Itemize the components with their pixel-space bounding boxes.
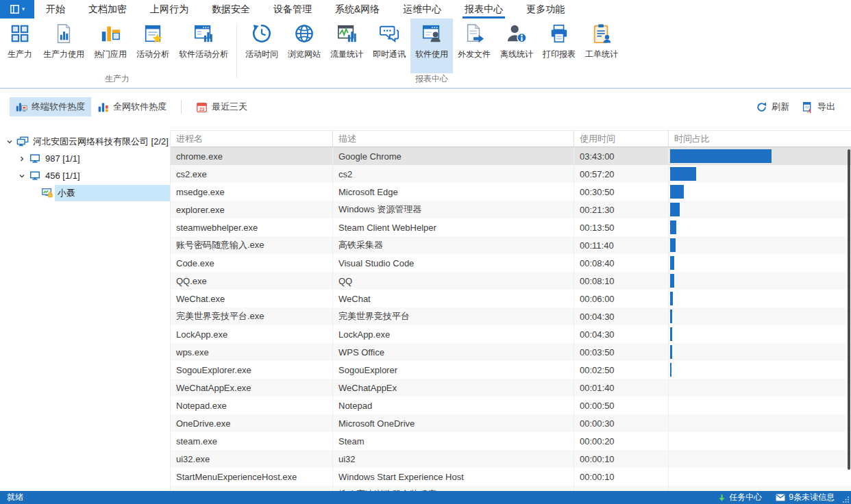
table-row[interactable]: SogouExplorer_Setup_x64_13.7.6067搜狗高速浏览器… bbox=[171, 486, 851, 491]
tab-data-security[interactable]: 数据安全 bbox=[202, 0, 260, 18]
software-activity-analysis-button[interactable]: 软件活动分析 bbox=[174, 18, 233, 73]
table-row[interactable]: explorer.exeWindows 资源管理器00:21:30 bbox=[171, 201, 851, 218]
work-order-stats-button[interactable]: 工单统计 bbox=[580, 18, 623, 73]
network-software-heat-button[interactable]: 全网软件热度 bbox=[91, 97, 173, 116]
computer-group-icon bbox=[27, 170, 42, 182]
table-row[interactable]: steam.exeSteam00:00:20 bbox=[171, 432, 851, 450]
content-area: 河北安固云网络科技有限公司 [2/2]987 [1/1]456 [1/1]小聂 … bbox=[0, 125, 851, 491]
unread-messages-button[interactable]: 9条未读信息 bbox=[769, 492, 841, 503]
time-ratio-cell bbox=[668, 272, 851, 290]
table-row[interactable]: WeChat.exeWeChat00:06:00 bbox=[171, 290, 851, 307]
process-name-cell: SogouExplorer.exe bbox=[171, 361, 332, 379]
app-menu-button[interactable]: ▾ bbox=[0, 0, 34, 18]
tree-node-label: 小聂 bbox=[55, 185, 170, 201]
time-ratio-cell bbox=[668, 290, 851, 307]
table-row[interactable]: 账号密码随意输入.exe高铁采集器00:11:40 bbox=[171, 236, 851, 254]
column-header-1[interactable]: 进程名 bbox=[171, 131, 332, 147]
productivity-button[interactable]: 生产力 bbox=[1, 18, 38, 73]
report-toolbar: 终端软件热度全网软件热度23最近三天刷新A导出 bbox=[0, 89, 851, 125]
chevron-down-icon: ▾ bbox=[22, 6, 25, 12]
refresh-button[interactable]: 刷新 bbox=[750, 97, 796, 116]
ribbon-button-label: 软件使用 bbox=[415, 49, 448, 60]
activity-time-button[interactable]: 活动时间 bbox=[241, 18, 283, 73]
process-usage-table: 进程名描述使用时间时间占比 chrome.exeGoogle Chrome03:… bbox=[170, 130, 851, 491]
usage-time-cell: 00:00:50 bbox=[574, 396, 668, 414]
terminal-software-heat-button[interactable]: 终端软件热度 bbox=[10, 97, 91, 116]
computer-user-icon bbox=[40, 187, 55, 199]
chevron-down-icon[interactable] bbox=[4, 138, 15, 145]
date-range-button[interactable]: 23最近三天 bbox=[190, 97, 254, 116]
chevron-down-icon[interactable] bbox=[16, 173, 27, 179]
task-center-button[interactable]: 任务中心 bbox=[711, 492, 769, 503]
table-row[interactable]: steamwebhelper.exeSteam Client WebHelper… bbox=[171, 218, 851, 236]
process-name-cell: ui32.exe bbox=[171, 450, 332, 468]
software-usage-button[interactable]: 软件使用 bbox=[410, 18, 453, 73]
browse-websites-button[interactable]: 浏览网站 bbox=[283, 18, 325, 73]
offline-stats-button[interactable]: 离线统计 bbox=[495, 18, 538, 73]
table-row[interactable]: LockApp.exeLockApp.exe00:04:30 bbox=[171, 325, 851, 343]
hot-apps-button[interactable]: 热门应用 bbox=[89, 18, 132, 73]
toolbar-separator bbox=[181, 100, 182, 114]
tab-device-management[interactable]: 设备管理 bbox=[264, 0, 321, 18]
tab-system-network[interactable]: 系统&网络 bbox=[325, 0, 389, 18]
time-ratio-cell bbox=[668, 432, 851, 450]
table-row[interactable]: StartMenuExperienceHost.exeWindows Start… bbox=[171, 468, 851, 486]
time-ratio-cell bbox=[668, 218, 851, 236]
column-header-4[interactable]: 时间占比 bbox=[668, 131, 851, 147]
tab-report-center[interactable]: 报表中心 bbox=[455, 0, 513, 18]
resize-grip-icon[interactable] bbox=[841, 491, 851, 504]
user-info-icon bbox=[506, 23, 527, 44]
table-row[interactable]: SogouExplorer.exeSogouExplorer00:02:50 bbox=[171, 361, 851, 379]
table-row[interactable]: wps.exeWPS Office00:03:50 bbox=[171, 343, 851, 361]
export-icon: A bbox=[802, 101, 813, 113]
process-name-cell: QQ.exe bbox=[171, 272, 332, 290]
process-name-cell: 账号密码随意输入.exe bbox=[171, 236, 332, 254]
column-header-2[interactable]: 描述 bbox=[332, 131, 574, 147]
table-body: chrome.exeGoogle Chrome03:43:00cs2.execs… bbox=[171, 147, 851, 491]
ribbon-group-separator bbox=[236, 24, 237, 78]
status-text: 就绪 bbox=[7, 492, 23, 503]
chevron-right-icon[interactable] bbox=[16, 155, 27, 162]
table-header: 进程名描述使用时间时间占比 bbox=[171, 130, 851, 147]
table-row[interactable]: Notepad.exeNotepad00:00:50 bbox=[171, 396, 851, 414]
process-name-cell: OneDrive.exe bbox=[171, 414, 332, 432]
tree-node-user-xiaonie[interactable]: 小聂 bbox=[0, 184, 170, 201]
tab-home[interactable]: 开始 bbox=[36, 0, 75, 18]
tree-node-company[interactable]: 河北安固云网络科技有限公司 [2/2] bbox=[0, 133, 170, 150]
outgoing-files-button[interactable]: 外发文件 bbox=[453, 18, 495, 73]
productivity-usage-button[interactable]: 生产力使用 bbox=[38, 18, 89, 73]
terminal-heat-icon bbox=[16, 101, 27, 113]
instant-messaging-button[interactable]: 即时通讯 bbox=[368, 18, 410, 73]
activity-analysis-button[interactable]: 活动分析 bbox=[132, 18, 174, 73]
tree-node-987[interactable]: 987 [1/1] bbox=[0, 150, 170, 167]
time-ratio-cell bbox=[668, 361, 851, 379]
table-row[interactable]: chrome.exeGoogle Chrome03:43:00 bbox=[171, 147, 851, 165]
table-row[interactable]: msedge.exeMicrosoft Edge00:30:50 bbox=[171, 183, 851, 201]
ribbon-button-label: 活动分析 bbox=[136, 49, 169, 60]
time-ratio-bar bbox=[670, 310, 672, 323]
ribbon-button-label: 工单统计 bbox=[585, 49, 618, 60]
tree-node-456[interactable]: 456 [1/1] bbox=[0, 167, 170, 184]
tab-ops-center[interactable]: 运维中心 bbox=[393, 0, 451, 18]
traffic-stats-button[interactable]: 流量统计 bbox=[325, 18, 368, 73]
tab-doc-encryption[interactable]: 文档加密 bbox=[79, 0, 136, 18]
time-ratio-cell bbox=[668, 236, 851, 254]
vertical-scrollbar[interactable] bbox=[848, 149, 850, 470]
table-row[interactable]: cs2.execs200:57:20 bbox=[171, 165, 851, 183]
ribbon-button-label: 软件活动分析 bbox=[179, 49, 228, 60]
tab-more-features[interactable]: 更多功能 bbox=[517, 0, 574, 18]
column-header-3[interactable]: 使用时间 bbox=[574, 131, 668, 147]
tab-web-behavior[interactable]: 上网行为 bbox=[140, 0, 198, 18]
table-row[interactable]: OneDrive.exeMicrosoft OneDrive00:00:30 bbox=[171, 414, 851, 432]
doc-chart-icon bbox=[53, 23, 74, 44]
table-row[interactable]: ui32.exeui3200:00:10 bbox=[171, 450, 851, 468]
time-ratio-cell bbox=[668, 450, 851, 468]
process-name-cell: WeChatAppEx.exe bbox=[171, 379, 332, 396]
table-row[interactable]: Code.exeVisual Studio Code00:08:40 bbox=[171, 254, 851, 272]
table-row[interactable]: 完美世界竞技平台.exe完美世界竞技平台00:04:30 bbox=[171, 307, 851, 325]
process-name-cell: Notepad.exe bbox=[171, 396, 332, 414]
table-row[interactable]: QQ.exeQQ00:08:10 bbox=[171, 272, 851, 290]
print-reports-button[interactable]: 打印报表 bbox=[538, 18, 580, 73]
table-row[interactable]: WeChatAppEx.exeWeChatAppEx00:01:40 bbox=[171, 379, 851, 396]
export-button[interactable]: A导出 bbox=[796, 97, 841, 116]
